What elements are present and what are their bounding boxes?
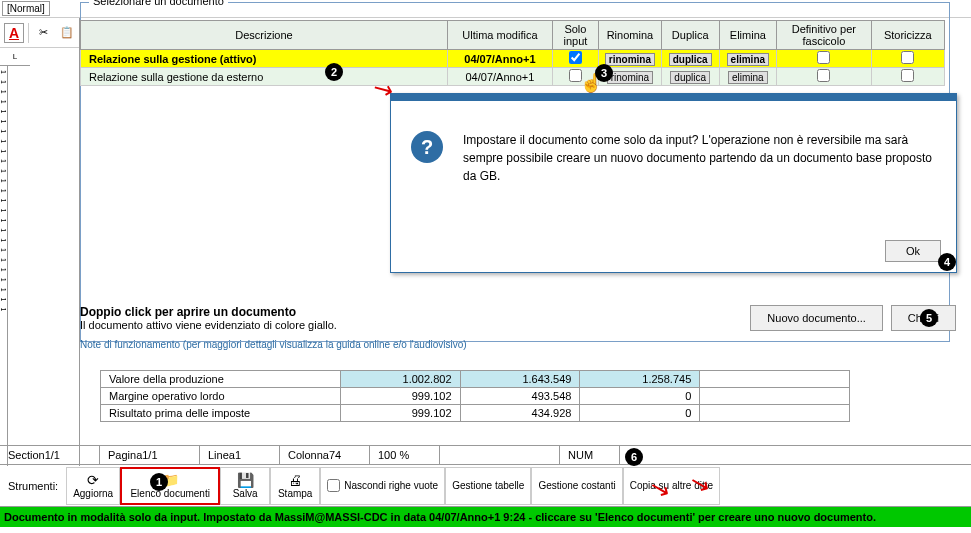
salva-button[interactable]: 💾Salva	[220, 467, 270, 505]
normal-mode-label: [Normal]	[2, 1, 50, 16]
nascondi-righe-button[interactable]: Nascondi righe vuote	[320, 467, 445, 505]
data-row: Risultato prima delle imposte 999.102 43…	[101, 405, 850, 422]
cell-value: 493.548	[460, 388, 580, 405]
rinomina-button[interactable]: rinomina	[607, 71, 653, 84]
cell-value: 434.928	[460, 405, 580, 422]
dialog-message: Impostare il documento come solo da inpu…	[463, 131, 936, 185]
annotation-badge-4: 4	[938, 253, 956, 271]
rinomina-button[interactable]: rinomina	[605, 53, 655, 66]
cell-value: 999.102	[340, 405, 460, 422]
col-rinomina: Rinomina	[598, 21, 661, 50]
col-storicizza: Storicizza	[871, 21, 944, 50]
instructions-block: Doppio click per aprire un documento Il …	[80, 305, 467, 350]
duplica-button[interactable]: duplica	[669, 53, 712, 66]
row-label: Valore della produzione	[101, 371, 341, 388]
row-label: Risultato prima delle imposte	[101, 405, 341, 422]
refresh-icon: ⟳	[87, 472, 99, 488]
gestione-costanti-button[interactable]: Gestione costanti	[531, 467, 622, 505]
elenco-documenti-button[interactable]: 📁Elenco documenti	[120, 467, 220, 505]
status-colonna: Colonna74	[280, 446, 370, 464]
status-zoom: 100 %	[370, 446, 440, 464]
nascondi-checkbox[interactable]	[327, 479, 340, 492]
row-label: Margine operativo lordo	[101, 388, 341, 405]
storicizza-checkbox[interactable]	[871, 68, 944, 86]
cut-icon[interactable]: ✂	[33, 23, 53, 43]
cell-value: 0	[580, 388, 700, 405]
confirm-dialog: ? Impostare il documento come solo da in…	[390, 93, 957, 273]
col-duplica: Duplica	[661, 21, 719, 50]
annotation-badge-2: 2	[325, 63, 343, 81]
doc-date: 04/07/Anno+1	[447, 50, 552, 68]
font-color-icon[interactable]: A	[4, 23, 24, 43]
documents-table: Descrizione Ultima modifica Solo input R…	[80, 20, 945, 86]
status-num: NUM	[560, 446, 620, 464]
status-pagina: Pagina1/1	[100, 446, 200, 464]
cell-value: 999.102	[340, 388, 460, 405]
group-title: Selezionare un documento	[89, 0, 228, 7]
col-ultima-modifica: Ultima modifica	[447, 21, 552, 50]
financial-data-table: Valore della produzione 1.002.802 1.643.…	[100, 370, 850, 422]
col-elimina: Elimina	[719, 21, 777, 50]
gestione-tabelle-button[interactable]: Gestione tabelle	[445, 467, 531, 505]
ruler-vertical: 1111111111111111111111111	[0, 66, 8, 466]
status-section: Section1/1	[0, 446, 100, 464]
col-solo-input: Solo input	[552, 21, 598, 50]
elimina-button[interactable]: elimina	[727, 53, 769, 66]
definitivo-checkbox[interactable]	[777, 50, 871, 68]
status-bar: Section1/1 Pagina1/1 Linea1 Colonna74 10…	[0, 445, 971, 465]
ok-button[interactable]: Ok	[885, 240, 941, 262]
doc-desc: Relazione sulla gestione (attivo)	[81, 50, 448, 68]
instructions-note: Note di funzionamento (per maggiori dett…	[80, 339, 467, 350]
status-blank	[440, 446, 560, 464]
tools-bar: Strumenti: ⟳Aggiorna 📁Elenco documenti 💾…	[0, 465, 971, 507]
cell-value: 1.002.802	[340, 371, 460, 388]
stampa-button[interactable]: 🖨Stampa	[270, 467, 320, 505]
cell-value: 1.643.549	[460, 371, 580, 388]
status-linea: Linea1	[200, 446, 280, 464]
instructions-subtitle: Il documento attivo viene evidenziato di…	[80, 319, 467, 331]
save-icon: 💾	[237, 472, 254, 488]
table-row[interactable]: Relazione sulla gestione da esterno 04/0…	[81, 68, 945, 86]
col-descrizione: Descrizione	[81, 21, 448, 50]
table-row-active[interactable]: Relazione sulla gestione (attivo) 04/07/…	[81, 50, 945, 68]
storicizza-checkbox[interactable]	[871, 50, 944, 68]
doc-desc: Relazione sulla gestione da esterno	[81, 68, 448, 86]
annotation-badge-1: 1	[150, 473, 168, 491]
question-icon: ?	[411, 131, 443, 163]
table-header-row: Descrizione Ultima modifica Solo input R…	[81, 21, 945, 50]
col-definitivo: Definitivo per fascicolo	[777, 21, 871, 50]
data-row: Valore della produzione 1.002.802 1.643.…	[101, 371, 850, 388]
copy-icon[interactable]: 📋	[57, 23, 77, 43]
cell-value: 1.258.745	[580, 371, 700, 388]
annotation-badge-3: 3	[595, 64, 613, 82]
annotation-badge-6: 6	[625, 448, 643, 466]
definitivo-checkbox[interactable]	[777, 68, 871, 86]
duplica-button[interactable]: duplica	[670, 71, 710, 84]
instructions-title: Doppio click per aprire un documento	[80, 305, 467, 319]
cell-value: 0	[580, 405, 700, 422]
solo-input-checkbox[interactable]	[552, 50, 598, 68]
elimina-button[interactable]: elimina	[728, 71, 768, 84]
print-icon: 🖨	[288, 472, 302, 488]
annotation-badge-5: 5	[920, 309, 938, 327]
doc-date: 04/07/Anno+1	[447, 68, 552, 86]
nuovo-documento-button[interactable]: Nuovo documento...	[750, 305, 882, 331]
aggiorna-button[interactable]: ⟳Aggiorna	[66, 467, 120, 505]
footer-message: Documento in modalità solo da input. Imp…	[0, 507, 971, 527]
tools-label: Strumenti:	[0, 480, 66, 492]
ruler-corner: L	[0, 48, 30, 66]
data-row: Margine operativo lordo 999.102 493.548 …	[101, 388, 850, 405]
